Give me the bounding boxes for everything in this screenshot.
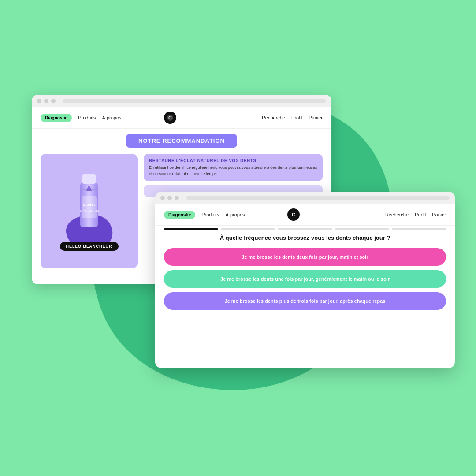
nav-diagnostic-badge-front[interactable]: Diagnostic bbox=[164, 211, 195, 219]
recommendation-title-badge: NOTRE RECOMMANDATION bbox=[126, 134, 237, 148]
nav-apropos-back[interactable]: À propos bbox=[102, 115, 121, 120]
progress-segment-4 bbox=[335, 228, 389, 230]
nav-recherche-back[interactable]: Recherche bbox=[262, 115, 285, 120]
quiz-question: À quelle fréquence vous brossez-vous les… bbox=[155, 234, 455, 241]
window-quiz: Diagnostic Produits À propos C Recherche… bbox=[155, 192, 455, 368]
nav-left-front: Diagnostic Produits À propos bbox=[164, 211, 245, 219]
progress-segment-5 bbox=[392, 228, 446, 230]
chrome-dot-1 bbox=[37, 99, 41, 103]
chrome-dot-f3 bbox=[175, 196, 179, 200]
window-chrome-back bbox=[32, 95, 331, 107]
answer-button-1[interactable]: Je me brosse les dents deux fois par jou… bbox=[164, 248, 446, 266]
tube-svg: CLUNK 40 ml / 1.69 fl.oz bbox=[74, 170, 104, 236]
svg-text:C: C bbox=[168, 115, 172, 120]
product-image-box: CLUNK 40 ml / 1.69 fl.oz HELLO BLANCHEUR bbox=[41, 154, 138, 268]
svg-text:40 ml / 1.69 fl.oz: 40 ml / 1.69 fl.oz bbox=[79, 209, 99, 212]
svg-text:C: C bbox=[292, 212, 295, 217]
answer-button-2[interactable]: Je me brosse les dents une fois par jour… bbox=[164, 270, 446, 288]
chrome-address-bar-front bbox=[186, 196, 450, 200]
nav-apropos-front[interactable]: À propos bbox=[225, 212, 245, 217]
product-info-card: RESTAURE L'ÉCLAT NATUREL DE VOS DENTS En… bbox=[144, 154, 323, 181]
svg-rect-4 bbox=[82, 174, 96, 184]
progress-bar-row bbox=[155, 228, 455, 230]
nav-diagnostic-badge-back[interactable]: Diagnostic bbox=[41, 114, 72, 122]
nav-panier-back[interactable]: Panier bbox=[309, 115, 323, 120]
nav-profil-back[interactable]: Profil bbox=[291, 115, 302, 120]
nav-logo-front[interactable]: C bbox=[287, 208, 300, 221]
nav-left-back: Diagnostic Produits À propos bbox=[41, 114, 122, 122]
progress-segment-2 bbox=[221, 228, 275, 230]
product-tube-illustration: CLUNK 40 ml / 1.69 fl.oz bbox=[74, 170, 104, 238]
progress-segment-3 bbox=[278, 228, 332, 230]
progress-segment-1 bbox=[164, 228, 218, 230]
nav-right-back: Recherche Profil Panier bbox=[262, 115, 323, 120]
chrome-dot-3 bbox=[51, 99, 56, 103]
nav-panier-front[interactable]: Panier bbox=[432, 212, 446, 217]
svg-text:CLUNK: CLUNK bbox=[83, 203, 95, 207]
product-info-title: RESTAURE L'ÉCLAT NATUREL DE VOS DENTS bbox=[149, 158, 317, 163]
nav-recherche-front[interactable]: Recherche bbox=[385, 212, 409, 217]
product-info-box: RESTAURE L'ÉCLAT NATUREL DE VOS DENTS En… bbox=[144, 154, 323, 197]
nav-logo-back[interactable]: C bbox=[164, 112, 176, 124]
chrome-dot-f2 bbox=[167, 196, 172, 200]
answer-button-3[interactable]: Je me brosse les dents plus de trois foi… bbox=[164, 292, 446, 310]
chrome-dot-f1 bbox=[160, 196, 165, 200]
chrome-dot-2 bbox=[44, 99, 48, 103]
nav-produits-back[interactable]: Produits bbox=[78, 115, 96, 120]
nav-profil-front[interactable]: Profil bbox=[415, 212, 426, 217]
window-chrome-front bbox=[155, 192, 455, 204]
nav-right-front: Recherche Profil Panier bbox=[385, 212, 446, 217]
nav-front: Diagnostic Produits À propos C Recherche… bbox=[155, 204, 455, 226]
nav-produits-front[interactable]: Produits bbox=[201, 212, 219, 217]
svg-rect-5 bbox=[82, 196, 97, 218]
chrome-address-bar bbox=[63, 99, 326, 103]
nav-back: Diagnostic Produits À propos C Recherche… bbox=[32, 107, 331, 129]
product-info-desc: En utilisant ce dentifrice régulièrement… bbox=[149, 165, 317, 177]
product-label-button[interactable]: HELLO BLANCHEUR bbox=[60, 242, 119, 251]
recommendation-title-row: NOTRE RECOMMANDATION bbox=[41, 134, 323, 148]
